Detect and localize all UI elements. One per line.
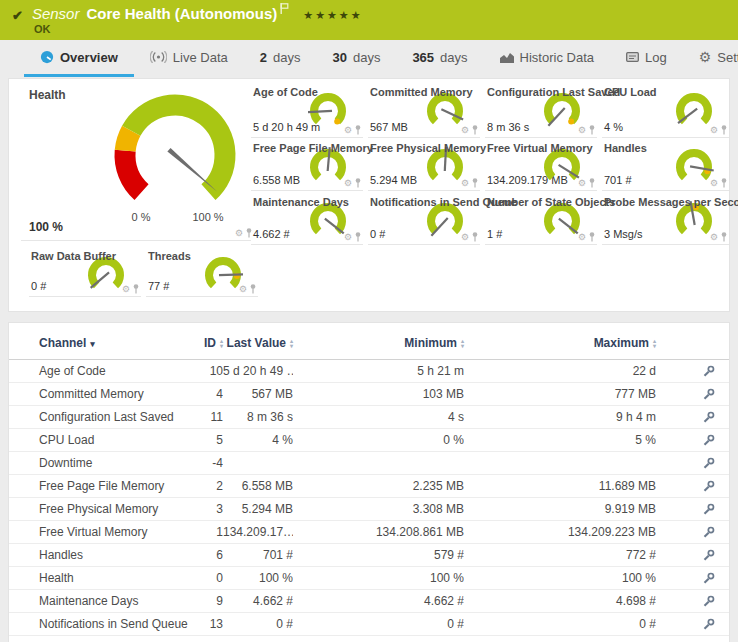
channel-settings-button[interactable] xyxy=(656,406,729,429)
pin-icon[interactable] xyxy=(588,232,596,242)
tab-live-data[interactable]: Live Data xyxy=(134,40,244,77)
gauge-cell[interactable]: Notifications in Send Queue 0 # ⚙ xyxy=(368,195,480,245)
cell-id: 5 xyxy=(197,429,223,452)
gauge-gear-icon[interactable]: ⚙ xyxy=(578,233,586,242)
gauge-cell[interactable]: Configuration Last Saved 8 m 36 s ⚙ xyxy=(485,85,597,138)
tab-settings[interactable]: ⚙ Settings xyxy=(683,40,738,77)
pin-icon[interactable] xyxy=(245,228,253,238)
gauge-gear-icon[interactable]: ⚙ xyxy=(344,179,352,188)
cell-last: 8 m 36 s xyxy=(223,406,293,429)
gauge-value: 701 # xyxy=(604,174,632,186)
gauge-gear-icon[interactable]: ⚙ xyxy=(710,179,718,188)
gauge-gear-icon[interactable]: ⚙ xyxy=(710,233,718,242)
channel-settings-button[interactable] xyxy=(656,475,729,498)
priority-stars[interactable]: ★★★★★ xyxy=(303,9,362,22)
table-row[interactable]: Configuration Last Saved118 m 36 s4 s9 h… xyxy=(9,406,729,429)
gauge-cell[interactable]: Maintenance Days 4.662 # ⚙ xyxy=(251,195,363,245)
channel-settings-button[interactable] xyxy=(656,360,729,383)
cell-channel: Maintenance Days xyxy=(9,590,197,613)
tab-overview[interactable]: Overview xyxy=(24,40,134,77)
channel-settings-button[interactable] xyxy=(656,429,729,452)
cell-min: 579 # xyxy=(293,544,464,567)
table-row[interactable]: Notifications in Send Queue130 #0 #0 # xyxy=(9,613,729,636)
gauge-gear-icon[interactable]: ⚙ xyxy=(461,179,469,188)
gauge-gear-icon[interactable]: ⚙ xyxy=(122,285,130,294)
pin-icon[interactable] xyxy=(720,232,728,242)
channel-settings-button[interactable] xyxy=(656,613,729,636)
pin-icon[interactable] xyxy=(588,178,596,188)
gauge-title: Handles xyxy=(604,142,647,154)
pin-icon[interactable] xyxy=(720,178,728,188)
pin-icon[interactable] xyxy=(720,125,728,135)
pin-icon[interactable] xyxy=(354,125,362,135)
channel-settings-button[interactable] xyxy=(656,567,729,590)
cell-max: 22 d xyxy=(464,360,656,383)
gauge-gear-icon[interactable]: ⚙ xyxy=(239,285,247,294)
gauge-title: Age of Code xyxy=(253,86,318,98)
gauge-gear-icon[interactable]: ⚙ xyxy=(461,126,469,135)
column-header-channel[interactable]: Channel▾ xyxy=(9,332,197,360)
tab-label: days xyxy=(440,50,467,65)
channel-settings-button[interactable] xyxy=(656,521,729,544)
cell-id: 6 xyxy=(197,544,223,567)
gauge-cell[interactable]: Threads 77 # ⚙ xyxy=(146,249,258,297)
channel-settings-button[interactable] xyxy=(656,498,729,521)
gauge-cell[interactable]: Raw Data Buffer 0 # ⚙ xyxy=(29,249,141,297)
gauge-value: 4.662 # xyxy=(253,228,290,240)
channel-settings-button[interactable] xyxy=(656,590,729,613)
gauge-gear-icon[interactable]: ⚙ xyxy=(578,179,586,188)
channel-settings-button[interactable] xyxy=(656,544,729,567)
pin-icon[interactable] xyxy=(471,232,479,242)
tab-log[interactable]: Log xyxy=(610,40,683,77)
gauge-cell[interactable]: Probe Messages per Second 3 Msg/s ⚙ xyxy=(602,195,729,245)
gauge-gear-icon[interactable]: ⚙ xyxy=(710,126,718,135)
gauge-cell[interactable]: CPU Load 4 % ⚙ xyxy=(602,85,729,138)
table-row[interactable]: Free Virtual Memory1134.209.17…134.208.8… xyxy=(9,521,729,544)
pin-icon[interactable] xyxy=(132,284,140,294)
gauge-gear-icon[interactable]: ⚙ xyxy=(461,233,469,242)
table-row[interactable]: Downtime-4 xyxy=(9,452,729,475)
pin-icon[interactable] xyxy=(354,178,362,188)
gauge-cell[interactable]: Free Page File Memory 6.558 MB ⚙ xyxy=(251,141,363,191)
channel-settings-button[interactable] xyxy=(656,383,729,406)
cell-last xyxy=(223,452,293,475)
gauge-cell[interactable]: Committed Memory 567 MB ⚙ xyxy=(368,85,480,138)
pin-icon[interactable] xyxy=(588,125,596,135)
tab-2-days[interactable]: 2 days xyxy=(244,40,317,77)
gauge-cell[interactable]: Number of State Objects 1 # ⚙ xyxy=(485,195,597,245)
gauge-gear-icon[interactable]: ⚙ xyxy=(235,229,243,238)
pin-icon[interactable] xyxy=(471,125,479,135)
table-row[interactable]: Health0100 %100 %100 % xyxy=(9,567,729,590)
gauge-cell[interactable]: Handles 701 # ⚙ xyxy=(602,141,729,191)
column-header-maximum[interactable]: Maximum▴▾ xyxy=(464,332,656,360)
gauge-cell[interactable]: Age of Code 5 d 20 h 49 m ⚙ xyxy=(251,85,363,138)
gauge-cell[interactable]: Free Physical Memory 5.294 MB ⚙ xyxy=(368,141,480,191)
pin-icon[interactable] xyxy=(471,178,479,188)
channel-settings-button[interactable] xyxy=(656,452,729,475)
table-row[interactable]: Handles6701 #579 #772 # xyxy=(9,544,729,567)
channel-table: Channel▾ ID▴▾ Last Value▴▾ Minimum▴▾ Max… xyxy=(9,332,729,636)
priority-flag-icon[interactable] xyxy=(280,3,289,14)
column-header-minimum[interactable]: Minimum▴▾ xyxy=(293,332,464,360)
column-header-last-value[interactable]: Last Value▴▾ xyxy=(223,332,293,360)
tab-365-days[interactable]: 365 days xyxy=(396,40,483,77)
table-row[interactable]: Maintenance Days94.662 #4.662 #4.698 # xyxy=(9,590,729,613)
table-row[interactable]: Age of Code105 d 20 h 49 …5 h 21 m22 d xyxy=(9,360,729,383)
tab-historic-data[interactable]: Historic Data xyxy=(484,40,610,77)
health-gauge-cell[interactable]: Health 0 % 100 % 100 % ⚙ xyxy=(21,83,254,241)
gauge-gear-icon[interactable]: ⚙ xyxy=(344,233,352,242)
pin-icon[interactable] xyxy=(249,284,257,294)
gauge-cell[interactable]: Free Virtual Memory 134.209.179 MB ⚙ xyxy=(485,141,597,191)
table-row[interactable]: Free Page File Memory26.558 MB2.235 MB11… xyxy=(9,475,729,498)
wrench-icon xyxy=(702,365,715,378)
table-row[interactable]: Free Physical Memory35.294 MB3.308 MB9.9… xyxy=(9,498,729,521)
cell-channel: Health xyxy=(9,567,197,590)
table-row[interactable]: Committed Memory4567 MB103 MB777 MB xyxy=(9,383,729,406)
pin-icon[interactable] xyxy=(354,232,362,242)
table-row[interactable]: CPU Load54 %0 %5 % xyxy=(9,429,729,452)
cell-max: 5 % xyxy=(464,429,656,452)
column-header-id[interactable]: ID▴▾ xyxy=(197,332,223,360)
gauge-gear-icon[interactable]: ⚙ xyxy=(578,126,586,135)
tab-30-days[interactable]: 30 days xyxy=(316,40,396,77)
gauge-gear-icon[interactable]: ⚙ xyxy=(344,126,352,135)
